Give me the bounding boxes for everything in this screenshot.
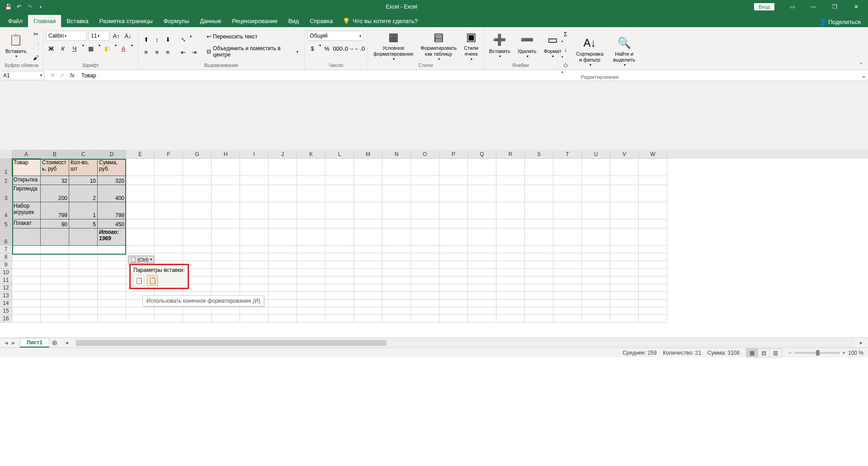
cell[interactable] xyxy=(354,276,382,284)
cell[interactable] xyxy=(468,315,496,323)
scroll-right-icon[interactable]: ► xyxy=(859,340,863,345)
cell[interactable] xyxy=(468,159,496,176)
cell[interactable] xyxy=(582,269,610,276)
cell[interactable] xyxy=(525,315,553,323)
cell[interactable]: 5 xyxy=(69,219,98,228)
cell[interactable] xyxy=(240,176,269,185)
insert-cells-button[interactable]: ➕Вставить▾ xyxy=(486,32,513,60)
cell[interactable]: Набор игрушек xyxy=(12,202,41,219)
bold-button[interactable]: Ж xyxy=(46,43,56,53)
cell[interactable] xyxy=(41,269,69,276)
cell[interactable] xyxy=(468,246,496,253)
cell[interactable] xyxy=(12,269,41,276)
cell[interactable] xyxy=(382,300,411,307)
cell[interactable] xyxy=(297,219,326,228)
cell[interactable] xyxy=(496,159,525,176)
cell[interactable] xyxy=(496,219,525,228)
cell[interactable] xyxy=(411,159,439,176)
col-header-L[interactable]: L xyxy=(326,150,354,159)
col-header-H[interactable]: H xyxy=(212,150,240,159)
cell[interactable]: 90 xyxy=(41,219,69,228)
tellme-search[interactable]: 💡 Что вы хотите сделать? xyxy=(338,15,422,27)
cell[interactable] xyxy=(240,307,269,315)
cell[interactable] xyxy=(610,246,639,253)
underline-button[interactable]: Ч xyxy=(70,43,80,53)
cell[interactable] xyxy=(496,269,525,276)
page-layout-view-icon[interactable]: ▤ xyxy=(758,349,770,357)
autosum-icon[interactable]: Σ xyxy=(561,29,571,39)
cell[interactable] xyxy=(468,292,496,300)
tab-formulas[interactable]: Формулы xyxy=(158,15,195,27)
tab-pagelayout[interactable]: Разметка страницы xyxy=(94,15,158,27)
tab-data[interactable]: Данные xyxy=(194,15,226,27)
cell[interactable] xyxy=(155,246,183,253)
tab-insert[interactable]: Вставка xyxy=(61,15,94,27)
cell[interactable] xyxy=(183,219,212,228)
cell[interactable] xyxy=(354,300,382,307)
save-icon[interactable]: 💾 xyxy=(5,3,12,10)
col-header-T[interactable]: T xyxy=(553,150,582,159)
cell[interactable] xyxy=(553,300,582,307)
cell[interactable] xyxy=(297,176,326,185)
cell[interactable] xyxy=(183,315,212,323)
merge-center-button[interactable]: ⊟Объединить и поместить в центре▾ xyxy=(203,44,302,59)
cell[interactable] xyxy=(183,307,212,315)
redo-icon[interactable]: ↷ xyxy=(26,3,33,10)
col-header-G[interactable]: G xyxy=(183,150,212,159)
qat-customize-icon[interactable]: ▾ xyxy=(37,3,44,10)
cell[interactable] xyxy=(411,202,439,219)
share-button[interactable]: 👤 Поделиться xyxy=(815,17,865,27)
cell[interactable] xyxy=(212,202,240,219)
paste-option-1[interactable]: 📋 xyxy=(133,275,144,286)
cell[interactable] xyxy=(12,276,41,284)
format-table-button[interactable]: ▤Форматировать как таблицу▾ xyxy=(418,29,459,62)
cell[interactable] xyxy=(439,292,468,300)
cell[interactable] xyxy=(269,246,297,253)
cell[interactable] xyxy=(496,202,525,219)
cell[interactable] xyxy=(639,185,667,202)
cell[interactable] xyxy=(382,185,411,202)
row-header-10[interactable]: 10 xyxy=(0,269,12,276)
cell[interactable] xyxy=(525,176,553,185)
cell[interactable] xyxy=(240,185,269,202)
cell[interactable] xyxy=(326,159,354,176)
cell[interactable] xyxy=(439,246,468,253)
col-header-U[interactable]: U xyxy=(582,150,610,159)
cell[interactable] xyxy=(269,292,297,300)
cell[interactable] xyxy=(496,292,525,300)
collapse-ribbon-icon[interactable]: ⌃ xyxy=(859,62,863,68)
cell[interactable] xyxy=(496,246,525,253)
row-header-13[interactable]: 13 xyxy=(0,292,12,300)
cell[interactable] xyxy=(553,276,582,284)
cell[interactable] xyxy=(98,292,126,300)
cell[interactable] xyxy=(411,284,439,292)
cell[interactable] xyxy=(411,185,439,202)
conditional-formatting-button[interactable]: ▦Условное форматирование▾ xyxy=(371,29,416,62)
cell[interactable] xyxy=(639,159,667,176)
name-box[interactable]: A1▾ xyxy=(1,71,44,80)
cell[interactable] xyxy=(155,253,183,261)
cell[interactable] xyxy=(41,253,69,261)
row-header-6[interactable]: 6 xyxy=(0,228,12,246)
cell[interactable] xyxy=(326,253,354,261)
cell[interactable] xyxy=(155,159,183,176)
row-header-5[interactable]: 5 xyxy=(0,219,12,228)
cell[interactable] xyxy=(69,315,98,323)
cell[interactable] xyxy=(582,159,610,176)
cell[interactable] xyxy=(269,219,297,228)
cell[interactable] xyxy=(98,307,126,315)
select-all-corner[interactable] xyxy=(0,150,12,159)
cell[interactable] xyxy=(525,228,553,246)
cell[interactable] xyxy=(12,228,41,246)
cell[interactable] xyxy=(496,176,525,185)
cell[interactable] xyxy=(553,202,582,219)
zoom-level[interactable]: 100 % xyxy=(848,350,863,356)
cell[interactable] xyxy=(269,307,297,315)
cell[interactable] xyxy=(525,185,553,202)
copy-icon[interactable]: 📄 xyxy=(31,41,41,51)
cell[interactable] xyxy=(326,292,354,300)
cell[interactable] xyxy=(582,246,610,253)
cell[interactable] xyxy=(411,261,439,269)
cell[interactable] xyxy=(126,315,155,323)
ribbon-options-icon[interactable]: ▭ xyxy=(782,0,802,14)
